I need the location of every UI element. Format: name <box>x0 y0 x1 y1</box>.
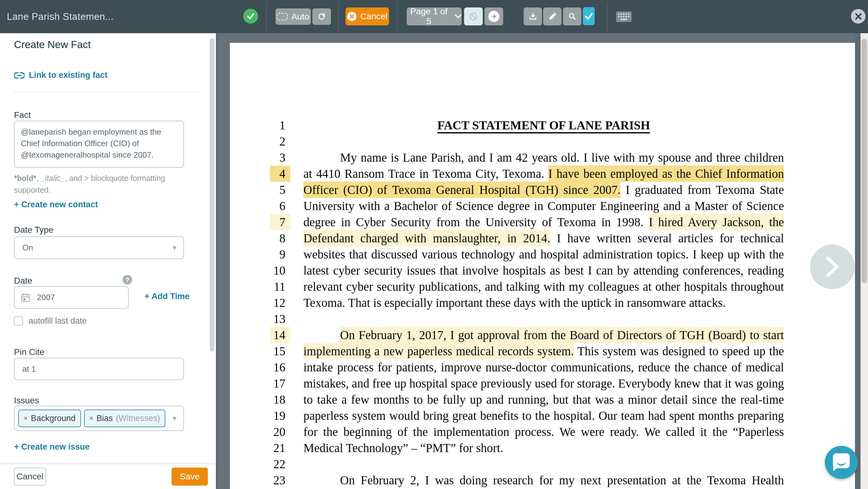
top-toolbar: Lane Parish Statemen... Auto Cancel Page… <box>0 0 868 33</box>
line-number: 17 <box>270 375 290 392</box>
date-label: Date <box>14 276 32 286</box>
doc-text[interactable]: University with a Bachelor of Science de… <box>303 199 784 213</box>
edit-button[interactable] <box>543 7 561 25</box>
add-time-link[interactable]: + Add Time <box>145 292 190 301</box>
sidebar-scrollbar-thumb[interactable] <box>210 38 214 352</box>
chat-launcher-button[interactable] <box>825 446 858 479</box>
doc-text-line[interactable]: Officer (CIO) of Texoma General Hospital… <box>303 182 784 198</box>
doc-text-line[interactable]: relevant cyber security publications, an… <box>303 279 784 295</box>
save-button[interactable]: Save <box>172 467 208 486</box>
highlight-visibility-checkbox[interactable] <box>583 7 595 25</box>
viewer-scrollbar[interactable] <box>861 33 868 489</box>
issue-tag-background[interactable]: × Background <box>18 409 81 427</box>
toolbar-divider <box>607 2 608 31</box>
pin-cite-input[interactable]: at 1 <box>14 358 184 380</box>
search-button[interactable] <box>563 7 581 25</box>
doc-text-line[interactable]: Defendant charged with manslaughter, in … <box>303 230 784 246</box>
highlighted-text[interactable]: implementing a new paperless medical rec… <box>303 343 574 359</box>
doc-text-line[interactable]: at 4410 Ransom Trace in Texoma City, Tex… <box>303 166 784 182</box>
doc-line: 9websites that discussed various technol… <box>230 246 855 263</box>
close-viewer-button[interactable] <box>851 9 866 24</box>
prev-page-button-disabled[interactable] <box>464 7 483 25</box>
line-number: 9 <box>270 246 290 263</box>
line-number: 4 <box>270 166 290 182</box>
line-number: 23 <box>270 472 290 488</box>
highlighted-text[interactable]: I hired Avery Jackson, the <box>649 214 784 230</box>
line-number: 11 <box>270 279 290 295</box>
doc-text[interactable]: to take a few months to be fully up and … <box>303 393 784 406</box>
doc-text[interactable]: This system was designed to speed up the <box>574 344 784 358</box>
doc-text[interactable]: for the beginning of the implementation … <box>303 425 784 438</box>
doc-text[interactable]: My name is Lane Parish, and I am 42 year… <box>340 151 784 164</box>
date-type-select[interactable]: On ▾ <box>14 237 184 259</box>
toolbar-divider <box>266 2 267 31</box>
doc-line: 23On February 2, I was doing research fo… <box>230 472 855 488</box>
create-new-issue-link[interactable]: + Create new issue <box>14 442 90 452</box>
create-new-contact-link[interactable]: + Create new contact <box>14 200 98 209</box>
doc-text[interactable]: I have written several articles for tech… <box>550 232 784 245</box>
doc-text-line[interactable]: On February 2, I was doing research for … <box>303 472 784 488</box>
doc-text-line[interactable]: implementing a new paperless medical rec… <box>303 343 784 359</box>
remove-tag-icon[interactable]: × <box>89 414 93 423</box>
doc-text-line[interactable]: latest cyber security issues that involv… <box>303 263 784 279</box>
doc-text-line[interactable]: for the beginning of the implementation … <box>303 424 784 440</box>
highlighted-text[interactable]: Officer (CIO) of Texoma General Hospital… <box>303 182 620 198</box>
doc-text-line[interactable]: University with a Bachelor of Science de… <box>303 198 784 214</box>
doc-text[interactable]: latest cyber security issues that involv… <box>303 264 784 277</box>
page-select-dropdown[interactable]: Page 1 of 5 <box>407 7 462 25</box>
doc-text-line[interactable]: On February 1, 2017, I got approval from… <box>303 327 784 343</box>
autofill-last-date-checkbox[interactable]: autofill last date <box>14 316 87 326</box>
line-number: 12 <box>270 295 290 311</box>
page-indicator-label: Page 1 of 5 <box>407 6 451 26</box>
highlighted-text[interactable]: On February 1, 2017, I got approval from… <box>340 327 784 343</box>
link-to-existing-fact[interactable]: Link to existing fact <box>14 70 107 80</box>
cancel-highlight-button[interactable]: Cancel <box>346 7 389 25</box>
viewer-scrollbar-thumb[interactable] <box>862 39 867 283</box>
doc-text[interactable]: Texoma. That is especially important the… <box>303 296 725 309</box>
doc-text[interactable]: I graduated from Texoma State <box>620 183 784 196</box>
doc-text-line[interactable]: intake process for patients, improve nur… <box>303 359 784 375</box>
auto-highlight-button[interactable]: Auto <box>276 8 311 25</box>
line-number: 14 <box>270 327 290 343</box>
doc-line: 8Defendant charged with manslaughter, in… <box>230 230 855 246</box>
doc-text-line[interactable]: Medical Technology” – “PMT” for short. <box>303 440 784 456</box>
line-number: 6 <box>270 198 290 214</box>
doc-text[interactable]: websites that discussed various technolo… <box>303 248 784 261</box>
issue-tag-bias[interactable]: × Bias (Witnesses) <box>84 409 165 427</box>
help-icon[interactable]: ? <box>123 275 132 284</box>
doc-text[interactable]: degree in Cyber Security from the Univer… <box>303 215 649 229</box>
doc-text[interactable]: Medical Technology” – “PMT” for short. <box>303 441 503 455</box>
doc-text[interactable]: FACT STATEMENT OF LANE PARISH <box>437 119 650 133</box>
cancel-button[interactable]: Cancel <box>14 467 46 486</box>
doc-text[interactable]: paperless system would bring great benef… <box>303 409 784 422</box>
highlighted-text[interactable]: I have been employed as the Chief Inform… <box>548 165 784 182</box>
doc-text-line[interactable]: to take a few months to be fully up and … <box>303 392 784 408</box>
keyboard-shortcuts-toggle[interactable] <box>616 11 632 22</box>
next-page-button[interactable] <box>485 7 503 25</box>
highlighted-text[interactable]: Defendant charged with manslaughter, in … <box>303 230 550 246</box>
doc-text-line[interactable]: paperless system would bring great benef… <box>303 408 784 424</box>
next-page-overlay-button[interactable] <box>810 245 855 289</box>
doc-text-line[interactable]: My name is Lane Parish, and I am 42 year… <box>303 150 784 166</box>
ban-icon <box>469 12 478 21</box>
close-icon <box>855 13 862 20</box>
remove-tag-icon[interactable]: × <box>24 414 28 423</box>
doc-text[interactable]: at 4410 Ransom Trace in Texoma City, Tex… <box>303 167 548 180</box>
download-button[interactable] <box>524 7 542 25</box>
doc-text[interactable]: mistakes, and free up hospital space pre… <box>303 377 784 390</box>
refresh-button[interactable] <box>312 8 331 25</box>
doc-text[interactable]: intake process for patients, improve nur… <box>303 361 784 374</box>
chevron-down-icon <box>455 14 462 19</box>
doc-text[interactable]: On February 2, I was doing research for … <box>340 473 784 487</box>
auto-button-label: Auto <box>291 12 309 22</box>
date-input[interactable]: 2007 <box>14 286 129 309</box>
issues-multiselect[interactable]: × Background × Bias (Witnesses) ▾ <box>14 405 184 431</box>
autofill-label: autofill last date <box>29 316 87 326</box>
doc-text[interactable]: relevant cyber security publications, an… <box>303 280 784 293</box>
doc-title-line[interactable]: FACT STATEMENT OF LANE PARISH <box>303 117 784 133</box>
doc-text-line[interactable]: websites that discussed various technolo… <box>303 246 784 263</box>
doc-text-line[interactable]: mistakes, and free up hospital space pre… <box>303 375 784 392</box>
fact-textarea[interactable]: @laneparish began employment as the Chie… <box>14 121 184 168</box>
doc-text-line[interactable]: Texoma. That is especially important the… <box>303 295 784 311</box>
doc-text-line[interactable]: degree in Cyber Security from the Univer… <box>303 214 784 230</box>
